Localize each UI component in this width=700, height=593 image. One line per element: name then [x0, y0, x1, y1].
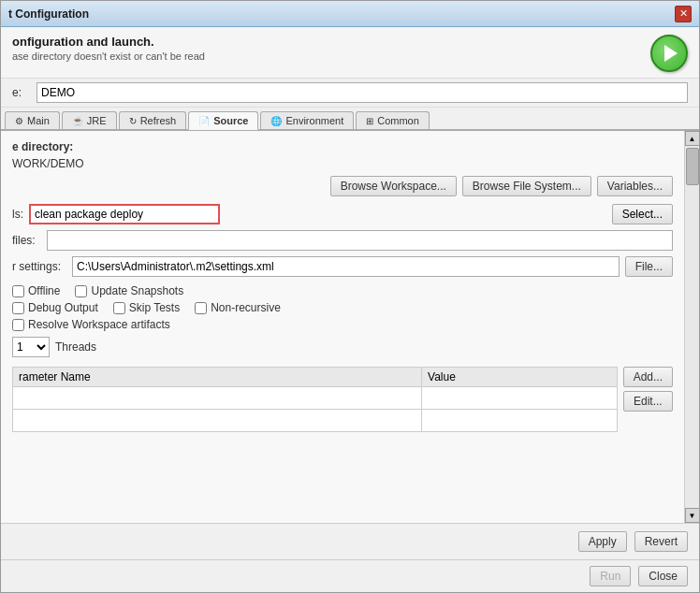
header-area: onfiguration and launch. ase directory d… [1, 27, 699, 79]
tab-source[interactable]: 📄 Source [188, 111, 258, 130]
environment-tab-icon: 🌐 [270, 116, 282, 126]
checkbox-row-2: Debug Output Skip Tests Non-recursive [12, 301, 673, 314]
table-area: rameter Name Value [12, 367, 673, 438]
threads-label: Threads [55, 340, 96, 354]
add-label: Add... [634, 370, 663, 383]
directory-section: e directory: WORK/DEMO Browse Workspace.… [12, 140, 673, 196]
tab-jre-label: JRE [87, 115, 107, 126]
tab-jre[interactable]: ☕ JRE [62, 111, 117, 129]
checkboxes-area: Offline Update Snapshots Debug Output Sk… [12, 284, 673, 331]
variables-button[interactable]: Variables... [597, 176, 673, 196]
tab-environment[interactable]: 🌐 Environment [260, 111, 354, 129]
params-table: rameter Name Value [12, 367, 618, 432]
run-label: Run [600, 570, 620, 583]
param-name-cell-1 [13, 387, 422, 410]
skip-tests-checkbox[interactable] [113, 302, 125, 314]
checkbox-row-3: Resolve Workspace artifacts [12, 318, 673, 331]
directory-label: e directory: [12, 140, 673, 153]
threads-row: 1 2 4 Threads [12, 337, 673, 357]
debug-output-checkbox-item: Debug Output [12, 301, 98, 314]
name-row: e: [1, 79, 699, 108]
apply-button[interactable]: Apply [578, 531, 627, 552]
run-icon-button[interactable] [650, 35, 688, 72]
value-header: Value [422, 368, 618, 387]
directory-path: WORK/DEMO [12, 157, 673, 170]
header-warning: ase directory doesn't exist or can't be … [12, 51, 205, 62]
content-area: e directory: WORK/DEMO Browse Workspace.… [1, 131, 699, 523]
revert-label: Revert [645, 535, 678, 548]
goals-input-container [29, 204, 220, 224]
profiles-row: files: [12, 230, 673, 251]
threads-select[interactable]: 1 2 4 [12, 337, 50, 357]
header-title: onfiguration and launch. [12, 35, 205, 49]
select-label: Select... [622, 208, 663, 221]
offline-checkbox[interactable] [12, 285, 24, 297]
scrollbar-down-button[interactable]: ▼ [685, 508, 700, 523]
browse-workspace-button[interactable]: Browse Workspace... [330, 176, 457, 196]
file-label: File... [635, 260, 663, 273]
update-snapshots-label: Update Snapshots [91, 284, 183, 297]
file-button[interactable]: File... [625, 256, 673, 277]
play-triangle-icon [664, 45, 678, 62]
select-button[interactable]: Select... [612, 204, 673, 224]
non-recursive-label: Non-recursive [211, 301, 281, 314]
skip-tests-checkbox-item: Skip Tests [113, 301, 180, 314]
edit-label: Edit... [634, 395, 663, 408]
apply-revert-footer: Apply Revert [1, 523, 699, 559]
browse-filesystem-button[interactable]: Browse File System... [462, 176, 591, 196]
close-button[interactable]: ✕ [675, 6, 692, 22]
table-row-1 [13, 387, 618, 410]
tab-source-label: Source [213, 115, 248, 126]
main-window: t Configuration ✕ onfiguration and launc… [0, 0, 700, 593]
offline-label: Offline [28, 284, 60, 297]
add-button[interactable]: Add... [623, 367, 673, 387]
window-title: t Configuration [8, 7, 89, 21]
table-buttons: Add... Edit... [623, 367, 673, 412]
goals-input[interactable] [31, 206, 218, 223]
apply-label: Apply [589, 535, 617, 548]
edit-button[interactable]: Edit... [623, 391, 673, 412]
debug-output-checkbox[interactable] [12, 302, 24, 314]
close-label: Close [649, 570, 678, 583]
revert-button[interactable]: Revert [634, 531, 688, 552]
profiles-label: files: [12, 234, 36, 247]
scrollbar[interactable]: ▲ ▼ [684, 131, 699, 523]
name-label: e: [12, 86, 31, 99]
run-button[interactable]: Run [590, 566, 631, 586]
variables-label: Variables... [607, 180, 663, 193]
tab-common-label: Common [377, 115, 419, 126]
user-settings-input[interactable] [72, 256, 620, 277]
checkbox-row-1: Offline Update Snapshots [12, 284, 673, 297]
non-recursive-checkbox-item: Non-recursive [195, 301, 281, 314]
jre-tab-icon: ☕ [72, 116, 83, 126]
name-input[interactable] [36, 82, 688, 103]
user-settings-label: r settings: [12, 260, 61, 273]
update-snapshots-checkbox-item: Update Snapshots [75, 284, 183, 297]
browse-buttons: Browse Workspace... Browse File System..… [12, 176, 673, 196]
tab-main-label: Main [27, 115, 50, 126]
title-bar: t Configuration ✕ [1, 1, 699, 27]
skip-tests-label: Skip Tests [129, 301, 180, 314]
source-tab-icon: 📄 [198, 116, 210, 126]
resolve-workspace-checkbox[interactable] [12, 319, 24, 331]
debug-output-label: Debug Output [28, 301, 98, 314]
user-settings-row: r settings: File... [12, 256, 673, 277]
goals-label: ls: [12, 208, 23, 221]
goals-row: ls: Select... [12, 204, 673, 224]
scrollbar-thumb[interactable] [686, 148, 699, 185]
browse-workspace-label: Browse Workspace... [341, 180, 446, 193]
browse-filesystem-label: Browse File System... [473, 180, 581, 193]
refresh-tab-icon: ↻ [129, 116, 137, 126]
header-text: onfiguration and launch. ase directory d… [12, 35, 205, 62]
tab-main[interactable]: ⚙ Main [5, 111, 60, 129]
update-snapshots-checkbox[interactable] [75, 285, 87, 297]
non-recursive-checkbox[interactable] [195, 302, 207, 314]
tab-refresh[interactable]: ↻ Refresh [119, 111, 187, 129]
scrollbar-up-button[interactable]: ▲ [685, 131, 700, 146]
table-row-2 [13, 410, 618, 432]
param-name-header: rameter Name [13, 368, 422, 387]
common-tab-icon: ⊞ [366, 116, 373, 126]
profiles-input[interactable] [47, 230, 673, 251]
close-button[interactable]: Close [638, 566, 688, 586]
tab-common[interactable]: ⊞ Common [356, 111, 430, 129]
